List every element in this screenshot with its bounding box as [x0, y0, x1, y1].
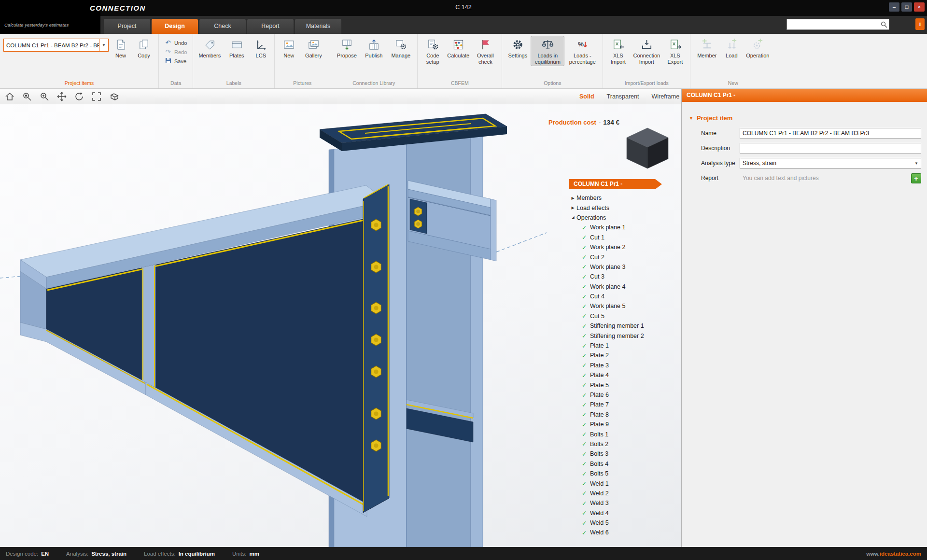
tree-item-stiffening-member-2[interactable]: ✓Stiffening member 2 — [569, 331, 671, 340]
tree-item-cut-1[interactable]: ✓Cut 1 — [569, 233, 671, 242]
left-beam[interactable] — [20, 184, 389, 517]
render-mode-solid[interactable]: Solid — [579, 93, 594, 100]
tree-node-operations[interactable]: ◢Operations — [569, 213, 671, 223]
navigation-cube[interactable] — [626, 127, 669, 171]
zoom-window-icon[interactable] — [21, 91, 33, 102]
xls-export-button[interactable]: X XLS Export — [663, 36, 687, 66]
labels-lcs-button[interactable]: LCS — [251, 36, 271, 60]
new-member-button[interactable]: Member — [694, 36, 720, 60]
tree-item-work-plane-2[interactable]: ✓Work plane 2 — [569, 242, 671, 252]
tree-item-plate-9[interactable]: ✓Plate 9 — [569, 420, 671, 429]
project-item-section-header[interactable]: ▼ Project item — [689, 114, 927, 122]
tree-item-weld-4[interactable]: ✓Weld 4 — [569, 508, 671, 518]
tree-collapsed-icon[interactable]: ▶ — [569, 196, 576, 200]
search-icon[interactable] — [879, 19, 889, 29]
description-input[interactable] — [740, 143, 921, 154]
zoom-fit-icon[interactable] — [91, 91, 102, 102]
overall-check-button[interactable]: Overall check — [472, 36, 498, 66]
pan-icon[interactable] — [56, 91, 68, 102]
tree-item-weld-3[interactable]: ✓Weld 3 — [569, 498, 671, 508]
new-load-button[interactable]: Load — [721, 36, 742, 60]
project-item-dropdown[interactable]: COLUMN C1 Pr1 - BEAM B2 Pr2 - BE, ▼ — [3, 39, 109, 52]
new-project-item-button[interactable]: New — [110, 36, 132, 60]
tree-item-plate-3[interactable]: ✓Plate 3 — [569, 361, 671, 370]
tree-node-members[interactable]: ▶Members — [569, 193, 671, 203]
tab-design[interactable]: Design — [152, 19, 198, 34]
render-mode-wireframe[interactable]: Wireframe — [652, 93, 680, 100]
tree-item-cut-2[interactable]: ✓Cut 2 — [569, 252, 671, 262]
new-operation-icon — [752, 39, 764, 51]
tree-item-work-plane-5[interactable]: ✓Work plane 5 — [569, 301, 671, 311]
rotate-view-icon[interactable] — [73, 91, 85, 102]
solid-box-icon[interactable] — [108, 91, 120, 102]
labels-members-button[interactable]: Members — [197, 36, 223, 60]
home-view-icon[interactable] — [4, 91, 15, 102]
tree-item-bolts-3[interactable]: ✓Bolts 3 — [569, 449, 671, 459]
tab-materials[interactable]: Materials — [295, 19, 341, 34]
publish-button[interactable]: Publish — [361, 36, 387, 60]
tree-item-cut-3[interactable]: ✓Cut 3 — [569, 272, 671, 281]
tree-item-plate-7[interactable]: ✓Plate 7 — [569, 400, 671, 409]
loads-percentage-button[interactable]: % Loads - percentage — [565, 36, 599, 66]
tree-item-bolts-1[interactable]: ✓Bolts 1 — [569, 429, 671, 439]
tree-item-cut-5[interactable]: ✓Cut 5 — [569, 311, 671, 321]
tree-item-cut-4[interactable]: ✓Cut 4 — [569, 292, 671, 301]
tree-item-work-plane-3[interactable]: ✓Work plane 3 — [569, 262, 671, 272]
tree-item-plate-5[interactable]: ✓Plate 5 — [569, 380, 671, 390]
picture-new-button[interactable]: New — [278, 36, 299, 60]
labels-plates-button[interactable]: Plates — [224, 36, 250, 60]
tree-item-work-plane-4[interactable]: ✓Work plane 4 — [569, 282, 671, 292]
maximize-button[interactable]: □ — [901, 2, 912, 12]
tree-item-plate-8[interactable]: ✓Plate 8 — [569, 410, 671, 420]
tree-collapsed-icon[interactable]: ▶ — [569, 206, 576, 210]
zoom-icon[interactable] — [39, 91, 50, 102]
code-setup-button[interactable]: Code setup — [421, 36, 444, 66]
xls-import-button[interactable]: X XLS Import — [606, 36, 630, 66]
tree-item-bolts-4[interactable]: ✓Bolts 4 — [569, 459, 671, 469]
settings-button[interactable]: Settings — [506, 36, 530, 60]
picture-gallery-button[interactable]: Gallery — [300, 36, 326, 60]
chevron-down-icon[interactable]: ▼ — [99, 39, 108, 51]
tree-header[interactable]: COLUMN C1 Pr1 - — [569, 179, 662, 189]
search-input[interactable] — [787, 21, 879, 28]
name-input[interactable] — [740, 128, 921, 139]
tree-item-plate-1[interactable]: ✓Plate 1 — [569, 341, 671, 350]
tree-item-plate-4[interactable]: ✓Plate 4 — [569, 370, 671, 380]
calculate-button[interactable]: Calculate — [445, 36, 471, 60]
tree-item-weld-6[interactable]: ✓Weld 6 — [569, 528, 671, 537]
tree-item-work-plane-1[interactable]: ✓Work plane 1 — [569, 223, 671, 232]
close-button[interactable]: × — [914, 2, 925, 12]
new-operation-button[interactable]: Operation — [743, 36, 772, 60]
tree-item-bolts-5[interactable]: ✓Bolts 5 — [569, 469, 671, 478]
tree-item-stiffening-member-1[interactable]: ✓Stiffening member 1 — [569, 321, 671, 331]
tree-item-weld-1[interactable]: ✓Weld 1 — [569, 478, 671, 488]
info-button[interactable]: i — [915, 18, 925, 30]
tab-project[interactable]: Project — [104, 19, 150, 34]
undo-button[interactable]: ↶Undo — [162, 38, 189, 47]
propose-button[interactable]: Propose — [334, 36, 360, 60]
3d-viewport[interactable]: Production cost-134 € COLUMN C1 Pr1 - ▶M… — [0, 104, 681, 547]
tab-report[interactable]: Report — [247, 19, 294, 34]
tree-item-weld-5[interactable]: ✓Weld 5 — [569, 518, 671, 528]
tree-item-weld-2[interactable]: ✓Weld 2 — [569, 489, 671, 498]
production-cost-label: Production cost — [548, 119, 596, 126]
report-placeholder[interactable]: You can add text and pictures — [740, 173, 908, 183]
render-mode-transparent[interactable]: Transparent — [607, 93, 639, 100]
tab-check[interactable]: Check — [199, 19, 246, 34]
minimize-button[interactable]: – — [889, 2, 899, 12]
add-report-button[interactable]: + — [911, 173, 921, 183]
tree-item-plate-6[interactable]: ✓Plate 6 — [569, 390, 671, 400]
tree-node-load-effects[interactable]: ▶Load effects — [569, 203, 671, 212]
manage-button[interactable]: Manage — [388, 36, 414, 60]
copy-project-item-button[interactable]: Copy — [133, 36, 155, 60]
loads-in-equilibrium-toggle[interactable]: Loads in equilibrium — [531, 36, 564, 66]
tree-item-bolts-2[interactable]: ✓Bolts 2 — [569, 439, 671, 449]
connection-import-button[interactable]: Connection Import — [631, 36, 662, 66]
website-link[interactable]: www.ideastatica.com — [866, 551, 921, 557]
collapse-triangle-icon: ▼ — [689, 116, 693, 121]
redo-button[interactable]: ↷Redo — [162, 47, 189, 56]
tree-expanded-icon[interactable]: ◢ — [569, 215, 576, 220]
tree-item-plate-2[interactable]: ✓Plate 2 — [569, 350, 671, 360]
analysis-type-select[interactable]: Stress, strain ▼ — [740, 158, 921, 168]
save-button[interactable]: Save — [162, 56, 189, 66]
